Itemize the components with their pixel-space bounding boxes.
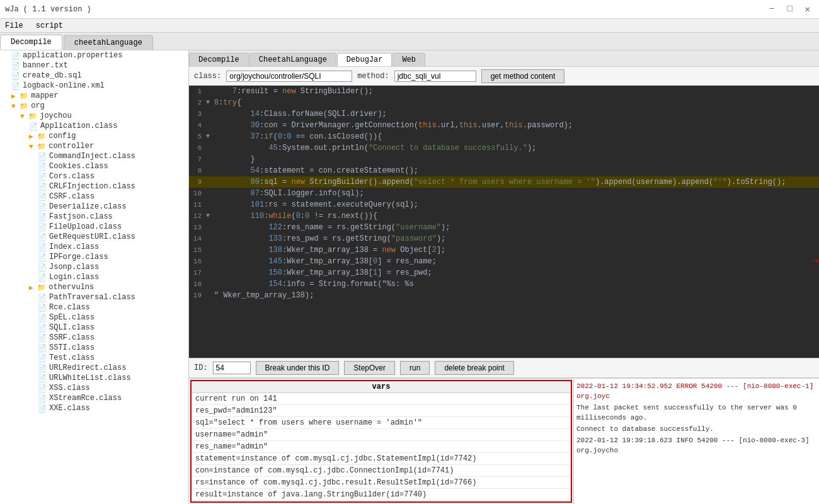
fold-icon[interactable]	[204, 188, 212, 199]
line-number: 9	[189, 176, 204, 188]
fold-icon[interactable]	[204, 142, 212, 154]
break-btn[interactable]: Break under this ID	[256, 361, 340, 375]
tree-item[interactable]: 📄IPForge.class	[0, 252, 188, 262]
tree-item-label: application.properties	[23, 51, 122, 60]
fold-icon[interactable]	[204, 278, 212, 290]
tab-cheetah-language[interactable]: cheetahLanguage	[64, 35, 153, 50]
tree-item[interactable]: 📄CSRF.class	[0, 192, 188, 202]
tree-item[interactable]: 📄SQLI.class	[0, 323, 188, 333]
get-method-btn[interactable]: get method content	[481, 69, 565, 83]
line-number: 7	[189, 154, 204, 165]
tree-item[interactable]: 📄XSS.class	[0, 383, 188, 393]
file-icon: 📄	[38, 213, 47, 221]
tree-item[interactable]: 📄Application.class	[0, 121, 188, 131]
delete-breakpoint-btn[interactable]: delete break point	[435, 361, 513, 375]
sub-tab-cheetah[interactable]: CheetahLanguage	[249, 53, 336, 66]
tree-item[interactable]: 📄URLWhiteList.class	[0, 373, 188, 383]
log-entry: Connect to database successfully.	[576, 424, 816, 434]
menu-file[interactable]: File	[3, 20, 26, 32]
tree-item[interactable]: 📄Index.class	[0, 242, 188, 252]
debug-bar: ID: Break under this ID StepOver run del…	[189, 358, 819, 378]
sub-tab-debugjar[interactable]: DebugJar	[337, 53, 392, 66]
class-label: class:	[194, 72, 221, 81]
tree-item[interactable]: 📄SpEL.class	[0, 312, 188, 323]
line-number: 14	[189, 233, 204, 244]
log-panel: 2022-01-12 19:34:52.952 ERROR 54200 --- …	[573, 379, 819, 504]
tree-item[interactable]: 📄Fastjson.class	[0, 212, 188, 222]
fold-icon[interactable]	[204, 222, 212, 233]
tree-item[interactable]: 📄XXE.class	[0, 403, 188, 413]
fold-icon[interactable]	[204, 165, 212, 176]
var-row: sql="select * from users where username …	[192, 417, 571, 429]
fold-icon[interactable]	[204, 267, 212, 278]
tree-item[interactable]: ▼ 📁joychou	[0, 111, 188, 121]
tree-item[interactable]: ▶ 📁mapper	[0, 91, 188, 101]
window-controls[interactable]: − □ ✕	[765, 3, 814, 16]
fold-icon[interactable]	[204, 233, 212, 244]
tree-item[interactable]: 📄CommandInject.class	[0, 151, 188, 161]
fold-icon[interactable]	[204, 154, 212, 165]
fold-icon[interactable]	[204, 256, 212, 267]
tree-item[interactable]: ▼ 📁org	[0, 101, 188, 111]
var-row: username="admin"	[192, 429, 571, 441]
fold-icon[interactable]: ▼	[204, 210, 212, 222]
method-input[interactable]	[394, 71, 476, 82]
file-icon: 📄	[38, 374, 47, 382]
tree-item[interactable]: 📄logback-online.xml	[0, 81, 188, 91]
id-input[interactable]	[213, 362, 251, 374]
code-text: 150:Wker_tmp_array_138[1] = res_pwd;	[212, 267, 819, 278]
tree-item[interactable]: 📄URLRedirect.class	[0, 363, 188, 373]
fold-icon[interactable]	[204, 199, 212, 210]
tree-item[interactable]: ▼ 📁controller	[0, 141, 188, 151]
fold-icon[interactable]	[204, 108, 212, 120]
tree-item[interactable]: 📄Rce.class	[0, 302, 188, 312]
code-area[interactable]: 1 7:result = new StringBuilder();2▼8:try…	[189, 86, 819, 358]
minimize-btn[interactable]: −	[765, 3, 778, 16]
tree-item[interactable]: ▶ 📁config	[0, 131, 188, 141]
tree-item-label: Fastjson.class	[49, 212, 113, 221]
tree-item[interactable]: 📄Cors.class	[0, 171, 188, 181]
stepover-btn[interactable]: StepOver	[344, 361, 395, 375]
tree-item[interactable]: 📄Deserialize.class	[0, 202, 188, 212]
tree-item[interactable]: 📄Cookies.class	[0, 161, 188, 171]
tree-item[interactable]: 📄CRLFInjection.class	[0, 181, 188, 192]
run-btn[interactable]: run	[400, 361, 430, 375]
tree-item[interactable]: 📄banner.txt	[0, 60, 188, 71]
tree-item[interactable]: 📄SSRF.class	[0, 333, 188, 343]
maximize-btn[interactable]: □	[783, 3, 796, 16]
menu-script[interactable]: script	[33, 20, 66, 32]
tree-item-label: URLWhiteList.class	[49, 374, 131, 382]
tree-item-label: IPForge.class	[49, 253, 108, 261]
fold-icon[interactable]	[204, 120, 212, 131]
code-text: 145:Wker_tmp_array_138[0] = res_name;	[212, 256, 807, 267]
fold-icon[interactable]	[204, 86, 212, 97]
file-icon: 📄	[38, 193, 47, 201]
tree-item[interactable]: 📄XStreamRce.class	[0, 393, 188, 403]
tree-item[interactable]: 📄Login.class	[0, 272, 188, 282]
code-line: 9 80:sql = new StringBuilder().append("s…	[189, 176, 819, 188]
tree-item-label: SpEL.class	[49, 313, 94, 322]
tree-item[interactable]: 📄Test.class	[0, 353, 188, 363]
tree-item[interactable]: ▶ 📁othervulns	[0, 282, 188, 292]
fold-icon[interactable]: ▼	[204, 131, 212, 142]
class-input[interactable]	[226, 71, 352, 82]
file-icon: 📄	[38, 364, 47, 372]
tree-item[interactable]: 📄SSTI.class	[0, 343, 188, 353]
fold-icon[interactable]	[204, 290, 212, 301]
tree-item[interactable]: 📄Jsonp.class	[0, 262, 188, 272]
tree-item[interactable]: 📄FileUpload.class	[0, 222, 188, 232]
fold-icon[interactable]	[204, 244, 212, 256]
tree-item[interactable]: 📄create_db.sql	[0, 71, 188, 81]
sub-tab-web[interactable]: Web	[392, 53, 425, 66]
fold-icon[interactable]: ▼	[204, 97, 212, 108]
tree-item[interactable]: 📄GetRequestURI.class	[0, 232, 188, 242]
tab-decompile[interactable]: Decompile	[0, 35, 62, 50]
code-line: 15 138:Wker_tmp_array_138 = new Object[2…	[189, 244, 819, 256]
tree-item[interactable]: 📄PathTraversal.class	[0, 292, 188, 302]
close-btn[interactable]: ✕	[801, 3, 814, 16]
sub-tab-decompile[interactable]: Decompile	[189, 53, 249, 66]
tree-item[interactable]: 📄application.properties	[0, 50, 188, 60]
line-number: 1	[189, 86, 204, 97]
class-method-bar: class: method: get method content	[189, 67, 819, 86]
fold-icon[interactable]	[204, 176, 212, 188]
